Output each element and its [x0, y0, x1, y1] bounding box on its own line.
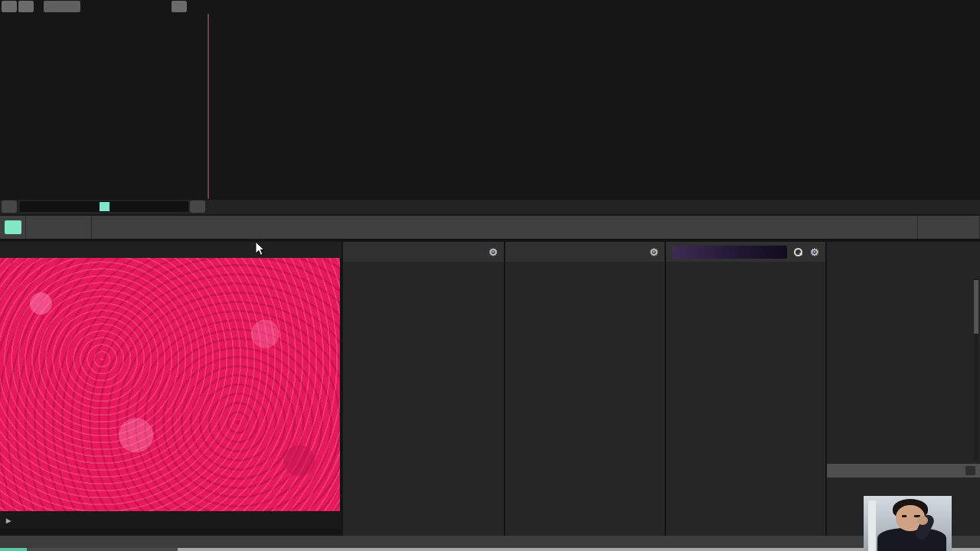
- record-button[interactable]: [917, 216, 980, 239]
- taskbar-dark: [27, 548, 178, 551]
- search-icon[interactable]: [793, 247, 802, 256]
- scrollbar-track[interactable]: [974, 279, 978, 461]
- crossfader-b-button[interactable]: [190, 201, 205, 213]
- gear-icon[interactable]: ⚙: [810, 246, 819, 258]
- crossfader-row: [0, 200, 980, 214]
- crossfader-handle[interactable]: [100, 202, 109, 211]
- composition-bypass-button[interactable]: [18, 1, 34, 12]
- taskbar-accent: [0, 548, 27, 551]
- monitor-output-header[interactable]: [0, 242, 341, 258]
- taskbar-strip: [0, 548, 980, 551]
- monitor-output-view: [0, 258, 340, 511]
- monitor-breadcrumb[interactable]: ▶: [0, 512, 341, 529]
- composition-label[interactable]: [44, 1, 80, 12]
- composition-trigger-cell: [0, 216, 26, 239]
- webcam-overlay: [864, 496, 952, 551]
- effects-browser-panel: [827, 242, 980, 536]
- webcam-background: [868, 500, 876, 551]
- webcam-person-hand: [917, 516, 928, 525]
- composition-properties-panel: ⚙: [343, 242, 504, 536]
- grid-divider: [207, 14, 209, 199]
- composition-x-button[interactable]: [2, 1, 17, 12]
- gear-icon[interactable]: ⚙: [649, 246, 658, 258]
- crossfader-track[interactable]: [20, 201, 188, 212]
- close-icon[interactable]: [965, 466, 975, 475]
- transport-bar: [0, 215, 980, 240]
- clip-panel-header: ⚙: [666, 242, 825, 262]
- crossfader-a-button[interactable]: [2, 201, 17, 213]
- resolume-window: ▶ ⚙ ⚙ ⚙: [0, 0, 980, 551]
- clip-name-field[interactable]: [672, 246, 787, 259]
- webcam-person-body: [877, 528, 946, 551]
- expand-arrow-icon: ▶: [6, 517, 11, 524]
- status-bar: [0, 536, 980, 548]
- clip-grid: [0, 0, 980, 199]
- gear-icon[interactable]: ⚙: [488, 246, 498, 258]
- layer-panel-header: ⚙: [505, 242, 665, 262]
- layer-properties-panel: ⚙: [505, 242, 665, 536]
- clip-info-header: [827, 464, 980, 478]
- clip-properties-panel: ⚙: [666, 242, 825, 536]
- scrollbar-thumb[interactable]: [974, 280, 978, 334]
- composition-active-indicator[interactable]: [5, 220, 21, 234]
- composition-master-button[interactable]: [172, 1, 187, 12]
- composition-panel-header: ⚙: [343, 242, 504, 262]
- bpm-display[interactable]: [26, 216, 92, 239]
